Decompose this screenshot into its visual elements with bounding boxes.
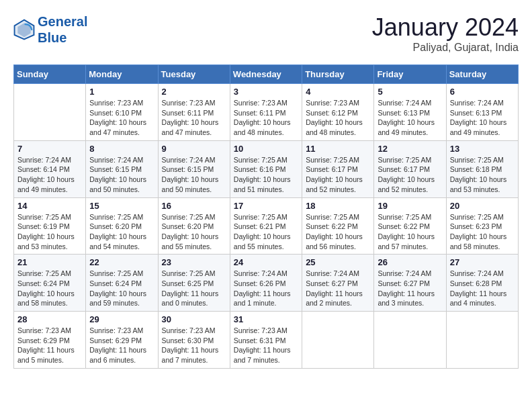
calendar-cell: 17Sunrise: 7:25 AMSunset: 6:21 PMDayligh… xyxy=(230,197,302,255)
day-number: 1 xyxy=(89,87,154,97)
calendar-cell: 21Sunrise: 7:25 AMSunset: 6:24 PMDayligh… xyxy=(14,255,86,312)
day-info: Sunrise: 7:25 AMSunset: 6:18 PMDaylight:… xyxy=(450,155,515,195)
calendar-cell: 5Sunrise: 7:24 AMSunset: 6:13 PMDaylight… xyxy=(374,84,446,141)
day-number: 22 xyxy=(89,257,154,267)
calendar-cell: 18Sunrise: 7:25 AMSunset: 6:22 PMDayligh… xyxy=(302,197,374,255)
day-number: 4 xyxy=(306,87,370,97)
day-info: Sunrise: 7:25 AMSunset: 6:22 PMDaylight:… xyxy=(378,212,442,252)
logo-text: General Blue xyxy=(38,13,87,46)
day-number: 11 xyxy=(306,144,370,154)
calendar-cell: 15Sunrise: 7:25 AMSunset: 6:20 PMDayligh… xyxy=(86,197,158,255)
day-info: Sunrise: 7:23 AMSunset: 6:11 PMDaylight:… xyxy=(234,98,298,138)
day-number: 9 xyxy=(162,144,226,154)
day-info: Sunrise: 7:23 AMSunset: 6:11 PMDaylight:… xyxy=(162,98,226,138)
day-number: 31 xyxy=(234,314,298,324)
calendar-cell: 8Sunrise: 7:24 AMSunset: 6:15 PMDaylight… xyxy=(86,140,158,197)
title-block: January 2024 Paliyad, Gujarat, India xyxy=(372,13,519,54)
day-info: Sunrise: 7:25 AMSunset: 6:22 PMDaylight:… xyxy=(306,212,370,252)
day-number: 12 xyxy=(378,144,442,154)
day-info: Sunrise: 7:24 AMSunset: 6:15 PMDaylight:… xyxy=(162,155,226,195)
calendar-cell: 12Sunrise: 7:25 AMSunset: 6:17 PMDayligh… xyxy=(374,140,446,197)
day-info: Sunrise: 7:23 AMSunset: 6:29 PMDaylight:… xyxy=(17,326,82,365)
calendar-cell: 11Sunrise: 7:25 AMSunset: 6:17 PMDayligh… xyxy=(302,140,374,197)
calendar-cell: 2Sunrise: 7:23 AMSunset: 6:11 PMDaylight… xyxy=(158,84,230,141)
day-number: 24 xyxy=(234,257,298,267)
weekday-header-wednesday: Wednesday xyxy=(230,65,302,84)
calendar-week-3: 14Sunrise: 7:25 AMSunset: 6:19 PMDayligh… xyxy=(14,197,519,255)
calendar-cell: 1Sunrise: 7:23 AMSunset: 6:10 PMDaylight… xyxy=(86,84,158,141)
calendar-week-1: 1Sunrise: 7:23 AMSunset: 6:10 PMDaylight… xyxy=(14,84,519,141)
calendar-week-5: 28Sunrise: 7:23 AMSunset: 6:29 PMDayligh… xyxy=(14,312,519,369)
day-number: 14 xyxy=(17,201,82,211)
day-number: 26 xyxy=(378,257,442,267)
day-info: Sunrise: 7:23 AMSunset: 6:12 PMDaylight:… xyxy=(306,98,370,138)
calendar-cell: 31Sunrise: 7:23 AMSunset: 6:31 PMDayligh… xyxy=(230,312,302,369)
day-info: Sunrise: 7:24 AMSunset: 6:28 PMDaylight:… xyxy=(450,269,515,308)
calendar-week-2: 7Sunrise: 7:24 AMSunset: 6:14 PMDaylight… xyxy=(14,140,519,197)
logo-icon xyxy=(13,19,35,40)
calendar-cell: 10Sunrise: 7:25 AMSunset: 6:16 PMDayligh… xyxy=(230,140,302,197)
day-info: Sunrise: 7:24 AMSunset: 6:13 PMDaylight:… xyxy=(450,98,515,138)
weekday-header-sunday: Sunday xyxy=(14,65,86,84)
day-number: 17 xyxy=(234,201,298,211)
day-info: Sunrise: 7:25 AMSunset: 6:21 PMDaylight:… xyxy=(234,212,298,252)
day-info: Sunrise: 7:24 AMSunset: 6:27 PMDaylight:… xyxy=(306,269,370,308)
calendar-cell: 30Sunrise: 7:23 AMSunset: 6:30 PMDayligh… xyxy=(158,312,230,369)
calendar-table: SundayMondayTuesdayWednesdayThursdayFrid… xyxy=(13,64,519,369)
day-info: Sunrise: 7:25 AMSunset: 6:20 PMDaylight:… xyxy=(162,212,226,252)
calendar-cell: 7Sunrise: 7:24 AMSunset: 6:14 PMDaylight… xyxy=(14,140,86,197)
day-info: Sunrise: 7:25 AMSunset: 6:17 PMDaylight:… xyxy=(378,155,442,195)
day-info: Sunrise: 7:24 AMSunset: 6:14 PMDaylight:… xyxy=(17,155,82,195)
calendar-cell: 24Sunrise: 7:24 AMSunset: 6:26 PMDayligh… xyxy=(230,255,302,312)
calendar-cell: 27Sunrise: 7:24 AMSunset: 6:28 PMDayligh… xyxy=(446,255,518,312)
day-info: Sunrise: 7:23 AMSunset: 6:10 PMDaylight:… xyxy=(89,98,154,138)
calendar-cell: 20Sunrise: 7:25 AMSunset: 6:23 PMDayligh… xyxy=(446,197,518,255)
day-info: Sunrise: 7:23 AMSunset: 6:30 PMDaylight:… xyxy=(162,326,226,365)
weekday-header-tuesday: Tuesday xyxy=(158,65,230,84)
calendar-cell: 13Sunrise: 7:25 AMSunset: 6:18 PMDayligh… xyxy=(446,140,518,197)
day-info: Sunrise: 7:24 AMSunset: 6:26 PMDaylight:… xyxy=(234,269,298,308)
day-number: 20 xyxy=(450,201,515,211)
calendar-cell: 9Sunrise: 7:24 AMSunset: 6:15 PMDaylight… xyxy=(158,140,230,197)
day-info: Sunrise: 7:25 AMSunset: 6:19 PMDaylight:… xyxy=(17,212,82,252)
day-number: 5 xyxy=(378,87,442,97)
day-info: Sunrise: 7:25 AMSunset: 6:24 PMDaylight:… xyxy=(89,269,154,308)
day-info: Sunrise: 7:25 AMSunset: 6:16 PMDaylight:… xyxy=(234,155,298,195)
calendar-cell: 4Sunrise: 7:23 AMSunset: 6:12 PMDaylight… xyxy=(302,84,374,141)
day-number: 16 xyxy=(162,201,226,211)
day-number: 28 xyxy=(17,314,82,324)
day-number: 6 xyxy=(450,87,515,97)
calendar-cell: 6Sunrise: 7:24 AMSunset: 6:13 PMDaylight… xyxy=(446,84,518,141)
calendar-cell: 29Sunrise: 7:23 AMSunset: 6:29 PMDayligh… xyxy=(86,312,158,369)
calendar-cell xyxy=(14,84,86,141)
calendar-cell: 14Sunrise: 7:25 AMSunset: 6:19 PMDayligh… xyxy=(14,197,86,255)
day-info: Sunrise: 7:25 AMSunset: 6:23 PMDaylight:… xyxy=(450,212,515,252)
day-info: Sunrise: 7:24 AMSunset: 6:15 PMDaylight:… xyxy=(89,155,154,195)
day-number: 30 xyxy=(162,314,226,324)
day-info: Sunrise: 7:25 AMSunset: 6:20 PMDaylight:… xyxy=(89,212,154,252)
calendar-cell xyxy=(302,312,374,369)
day-number: 8 xyxy=(89,144,154,154)
month-year: January 2024 xyxy=(372,13,519,42)
day-info: Sunrise: 7:25 AMSunset: 6:25 PMDaylight:… xyxy=(162,269,226,308)
day-number: 13 xyxy=(450,144,515,154)
weekday-header-row: SundayMondayTuesdayWednesdayThursdayFrid… xyxy=(14,65,519,84)
calendar-cell: 3Sunrise: 7:23 AMSunset: 6:11 PMDaylight… xyxy=(230,84,302,141)
page-header: General Blue January 2024 Paliyad, Gujar… xyxy=(13,13,519,54)
day-number: 18 xyxy=(306,201,370,211)
day-info: Sunrise: 7:24 AMSunset: 6:27 PMDaylight:… xyxy=(378,269,442,308)
day-info: Sunrise: 7:25 AMSunset: 6:24 PMDaylight:… xyxy=(17,269,82,308)
logo: General Blue xyxy=(13,13,87,46)
calendar-cell xyxy=(446,312,518,369)
calendar-cell: 16Sunrise: 7:25 AMSunset: 6:20 PMDayligh… xyxy=(158,197,230,255)
day-info: Sunrise: 7:23 AMSunset: 6:29 PMDaylight:… xyxy=(89,326,154,365)
day-number: 2 xyxy=(162,87,226,97)
calendar-cell: 19Sunrise: 7:25 AMSunset: 6:22 PMDayligh… xyxy=(374,197,446,255)
day-number: 21 xyxy=(17,257,82,267)
day-info: Sunrise: 7:23 AMSunset: 6:31 PMDaylight:… xyxy=(234,326,298,365)
day-number: 10 xyxy=(234,144,298,154)
day-number: 7 xyxy=(17,144,82,154)
location: Paliyad, Gujarat, India xyxy=(372,42,519,54)
calendar-cell xyxy=(374,312,446,369)
day-number: 29 xyxy=(89,314,154,324)
